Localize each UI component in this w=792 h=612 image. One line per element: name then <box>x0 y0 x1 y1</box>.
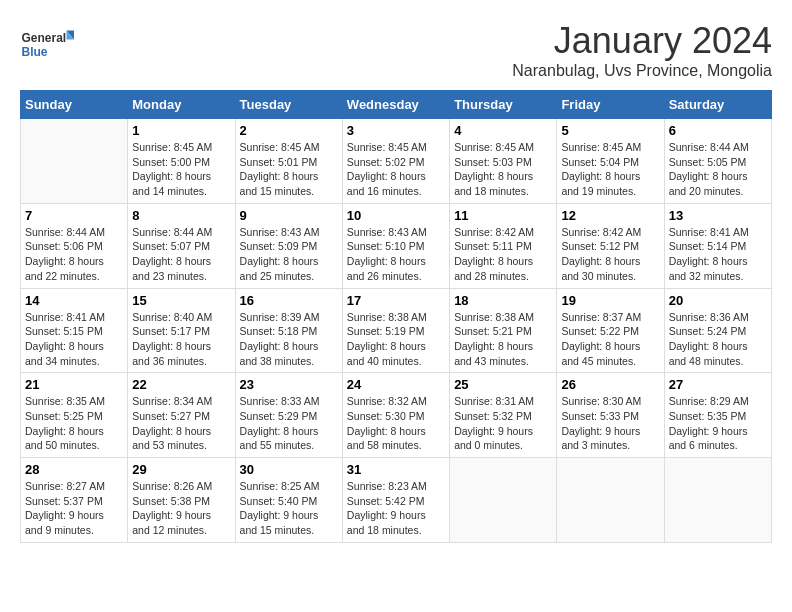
day-number: 11 <box>454 208 552 223</box>
day-info: Sunrise: 8:29 AMSunset: 5:35 PMDaylight:… <box>669 394 767 453</box>
calendar-cell <box>557 458 664 543</box>
day-number: 15 <box>132 293 230 308</box>
day-number: 3 <box>347 123 445 138</box>
calendar-cell: 20Sunrise: 8:36 AMSunset: 5:24 PMDayligh… <box>664 288 771 373</box>
calendar-cell: 7Sunrise: 8:44 AMSunset: 5:06 PMDaylight… <box>21 203 128 288</box>
day-info: Sunrise: 8:27 AMSunset: 5:37 PMDaylight:… <box>25 479 123 538</box>
day-info: Sunrise: 8:30 AMSunset: 5:33 PMDaylight:… <box>561 394 659 453</box>
day-number: 21 <box>25 377 123 392</box>
calendar-cell: 24Sunrise: 8:32 AMSunset: 5:30 PMDayligh… <box>342 373 449 458</box>
day-info: Sunrise: 8:38 AMSunset: 5:19 PMDaylight:… <box>347 310 445 369</box>
day-info: Sunrise: 8:45 AMSunset: 5:00 PMDaylight:… <box>132 140 230 199</box>
day-number: 8 <box>132 208 230 223</box>
day-number: 30 <box>240 462 338 477</box>
calendar-table: SundayMondayTuesdayWednesdayThursdayFrid… <box>20 90 772 543</box>
day-number: 12 <box>561 208 659 223</box>
calendar-cell: 2Sunrise: 8:45 AMSunset: 5:01 PMDaylight… <box>235 119 342 204</box>
day-number: 9 <box>240 208 338 223</box>
weekday-header: Monday <box>128 91 235 119</box>
calendar-cell: 12Sunrise: 8:42 AMSunset: 5:12 PMDayligh… <box>557 203 664 288</box>
calendar-cell: 30Sunrise: 8:25 AMSunset: 5:40 PMDayligh… <box>235 458 342 543</box>
day-number: 18 <box>454 293 552 308</box>
day-number: 2 <box>240 123 338 138</box>
day-number: 24 <box>347 377 445 392</box>
calendar-week-row: 7Sunrise: 8:44 AMSunset: 5:06 PMDaylight… <box>21 203 772 288</box>
day-number: 29 <box>132 462 230 477</box>
calendar-cell: 5Sunrise: 8:45 AMSunset: 5:04 PMDaylight… <box>557 119 664 204</box>
calendar-cell: 3Sunrise: 8:45 AMSunset: 5:02 PMDaylight… <box>342 119 449 204</box>
day-info: Sunrise: 8:25 AMSunset: 5:40 PMDaylight:… <box>240 479 338 538</box>
day-number: 31 <box>347 462 445 477</box>
day-number: 20 <box>669 293 767 308</box>
day-info: Sunrise: 8:45 AMSunset: 5:01 PMDaylight:… <box>240 140 338 199</box>
calendar-cell: 28Sunrise: 8:27 AMSunset: 5:37 PMDayligh… <box>21 458 128 543</box>
calendar-cell: 4Sunrise: 8:45 AMSunset: 5:03 PMDaylight… <box>450 119 557 204</box>
calendar-cell: 17Sunrise: 8:38 AMSunset: 5:19 PMDayligh… <box>342 288 449 373</box>
weekday-header: Thursday <box>450 91 557 119</box>
day-info: Sunrise: 8:40 AMSunset: 5:17 PMDaylight:… <box>132 310 230 369</box>
calendar-cell: 16Sunrise: 8:39 AMSunset: 5:18 PMDayligh… <box>235 288 342 373</box>
calendar-cell: 1Sunrise: 8:45 AMSunset: 5:00 PMDaylight… <box>128 119 235 204</box>
title-area: January 2024 Naranbulag, Uvs Province, M… <box>512 20 772 80</box>
day-info: Sunrise: 8:44 AMSunset: 5:06 PMDaylight:… <box>25 225 123 284</box>
day-info: Sunrise: 8:43 AMSunset: 5:09 PMDaylight:… <box>240 225 338 284</box>
day-info: Sunrise: 8:41 AMSunset: 5:14 PMDaylight:… <box>669 225 767 284</box>
day-info: Sunrise: 8:36 AMSunset: 5:24 PMDaylight:… <box>669 310 767 369</box>
weekday-header: Tuesday <box>235 91 342 119</box>
day-number: 28 <box>25 462 123 477</box>
subtitle: Naranbulag, Uvs Province, Mongolia <box>512 62 772 80</box>
calendar-cell: 22Sunrise: 8:34 AMSunset: 5:27 PMDayligh… <box>128 373 235 458</box>
header: General Blue January 2024 Naranbulag, Uv… <box>20 20 772 80</box>
calendar-week-row: 28Sunrise: 8:27 AMSunset: 5:37 PMDayligh… <box>21 458 772 543</box>
month-title: January 2024 <box>512 20 772 62</box>
calendar-cell: 23Sunrise: 8:33 AMSunset: 5:29 PMDayligh… <box>235 373 342 458</box>
day-info: Sunrise: 8:44 AMSunset: 5:07 PMDaylight:… <box>132 225 230 284</box>
day-info: Sunrise: 8:34 AMSunset: 5:27 PMDaylight:… <box>132 394 230 453</box>
day-info: Sunrise: 8:26 AMSunset: 5:38 PMDaylight:… <box>132 479 230 538</box>
weekday-header: Saturday <box>664 91 771 119</box>
day-number: 5 <box>561 123 659 138</box>
weekday-header: Wednesday <box>342 91 449 119</box>
day-number: 25 <box>454 377 552 392</box>
calendar-week-row: 1Sunrise: 8:45 AMSunset: 5:00 PMDaylight… <box>21 119 772 204</box>
day-number: 7 <box>25 208 123 223</box>
day-number: 14 <box>25 293 123 308</box>
calendar-cell: 6Sunrise: 8:44 AMSunset: 5:05 PMDaylight… <box>664 119 771 204</box>
calendar-cell: 18Sunrise: 8:38 AMSunset: 5:21 PMDayligh… <box>450 288 557 373</box>
weekday-header-row: SundayMondayTuesdayWednesdayThursdayFrid… <box>21 91 772 119</box>
day-number: 27 <box>669 377 767 392</box>
svg-text:Blue: Blue <box>22 45 48 59</box>
day-info: Sunrise: 8:42 AMSunset: 5:12 PMDaylight:… <box>561 225 659 284</box>
day-info: Sunrise: 8:44 AMSunset: 5:05 PMDaylight:… <box>669 140 767 199</box>
day-number: 23 <box>240 377 338 392</box>
day-number: 10 <box>347 208 445 223</box>
day-info: Sunrise: 8:45 AMSunset: 5:03 PMDaylight:… <box>454 140 552 199</box>
calendar-week-row: 21Sunrise: 8:35 AMSunset: 5:25 PMDayligh… <box>21 373 772 458</box>
calendar-cell: 8Sunrise: 8:44 AMSunset: 5:07 PMDaylight… <box>128 203 235 288</box>
calendar-cell: 19Sunrise: 8:37 AMSunset: 5:22 PMDayligh… <box>557 288 664 373</box>
day-info: Sunrise: 8:23 AMSunset: 5:42 PMDaylight:… <box>347 479 445 538</box>
day-info: Sunrise: 8:37 AMSunset: 5:22 PMDaylight:… <box>561 310 659 369</box>
day-number: 6 <box>669 123 767 138</box>
calendar-cell: 26Sunrise: 8:30 AMSunset: 5:33 PMDayligh… <box>557 373 664 458</box>
logo: General Blue <box>20 20 80 70</box>
calendar-cell: 31Sunrise: 8:23 AMSunset: 5:42 PMDayligh… <box>342 458 449 543</box>
calendar-cell: 10Sunrise: 8:43 AMSunset: 5:10 PMDayligh… <box>342 203 449 288</box>
day-info: Sunrise: 8:41 AMSunset: 5:15 PMDaylight:… <box>25 310 123 369</box>
day-number: 17 <box>347 293 445 308</box>
day-number: 16 <box>240 293 338 308</box>
calendar-cell <box>21 119 128 204</box>
day-info: Sunrise: 8:45 AMSunset: 5:02 PMDaylight:… <box>347 140 445 199</box>
day-info: Sunrise: 8:32 AMSunset: 5:30 PMDaylight:… <box>347 394 445 453</box>
day-number: 19 <box>561 293 659 308</box>
day-info: Sunrise: 8:42 AMSunset: 5:11 PMDaylight:… <box>454 225 552 284</box>
day-info: Sunrise: 8:43 AMSunset: 5:10 PMDaylight:… <box>347 225 445 284</box>
svg-text:General: General <box>22 31 67 45</box>
day-info: Sunrise: 8:38 AMSunset: 5:21 PMDaylight:… <box>454 310 552 369</box>
calendar-cell <box>450 458 557 543</box>
weekday-header: Sunday <box>21 91 128 119</box>
day-number: 4 <box>454 123 552 138</box>
weekday-header: Friday <box>557 91 664 119</box>
day-number: 26 <box>561 377 659 392</box>
logo-svg: General Blue <box>20 20 80 70</box>
